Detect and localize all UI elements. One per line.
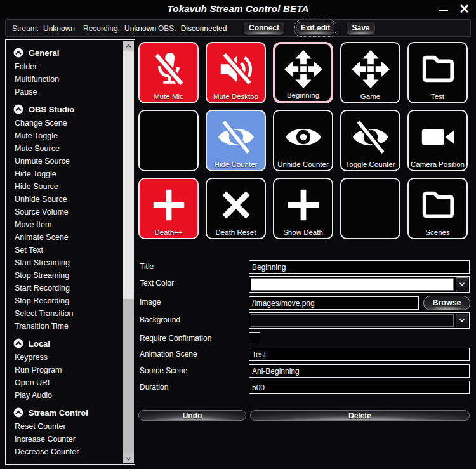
sidebar-section-label: Local: [29, 339, 50, 348]
sidebar-item-hide-source[interactable]: Hide Source: [13, 180, 122, 193]
connect-button[interactable]: Connect: [243, 21, 285, 36]
title-input[interactable]: [249, 260, 470, 274]
source-scene-input[interactable]: [249, 364, 470, 378]
tile-mute-mic[interactable]: Mute Mic: [138, 42, 199, 103]
browse-button[interactable]: Browse: [423, 296, 470, 310]
move-icon: [284, 50, 323, 89]
sidebar-section-obs-studio[interactable]: OBS Studio: [13, 102, 122, 117]
title-field-label: Title: [140, 262, 154, 271]
sidebar-item-run-program[interactable]: Run Program: [13, 364, 122, 376]
require-confirmation-checkbox[interactable]: [249, 332, 260, 343]
recording-status-value: Unknown: [124, 24, 156, 33]
sidebar-item-start-streaming[interactable]: Start Streaming: [13, 256, 122, 269]
tile-label: Scenes: [409, 228, 466, 236]
status-bar: Stream:Unknown Recording:Unknown OBS:Dis…: [5, 19, 471, 37]
sidebar-item-open-url[interactable]: Open URL: [13, 376, 122, 389]
tile-label: Toggle Counter: [341, 161, 399, 168]
tile-scenes[interactable]: Scenes: [407, 178, 468, 239]
text-color-chevron-down-icon[interactable]: [456, 277, 468, 291]
image-input[interactable]: [249, 296, 419, 310]
sidebar-item-stop-streaming[interactable]: Stop Streaming: [13, 269, 122, 282]
folder-icon: [418, 185, 458, 225]
minimize-icon[interactable]: [439, 10, 448, 11]
tile-label: Mute Desktop: [207, 93, 265, 100]
save-button[interactable]: Save: [346, 21, 376, 36]
tile-empty[interactable]: [340, 178, 400, 239]
sidebar-item-decrease-counter[interactable]: Decrease Counter: [13, 446, 122, 458]
move-icon: [351, 50, 390, 89]
sidebar-scrollbar[interactable]: [123, 41, 134, 463]
scrollbar-thumb[interactable]: [123, 51, 134, 299]
mic-muted-icon: [149, 50, 188, 89]
tile-label: Test: [409, 93, 466, 100]
sidebar-item-set-text[interactable]: Set Text: [13, 244, 122, 256]
sidebar-item-mute-source[interactable]: Mute Source: [13, 142, 122, 155]
duration-label: Duration: [140, 383, 168, 392]
sidebar-section-multimedia-buttons[interactable]: Multimedia Buttons: [13, 461, 122, 465]
sidebar-item-mute-toggle[interactable]: Mute Toggle: [13, 129, 122, 142]
image-field-label: Image: [140, 298, 161, 307]
sidebar-item-keypress[interactable]: Keypress: [13, 351, 122, 364]
background-chevron-down-icon[interactable]: [456, 314, 468, 327]
background-dropdown[interactable]: [249, 312, 470, 329]
sidebar-item-pause[interactable]: Pause: [13, 86, 122, 98]
sidebar-item-unmute-source[interactable]: Unmute Source: [13, 155, 122, 168]
sidebar-item-stop-recording[interactable]: Stop Recording: [13, 294, 122, 307]
sidebar-item-increase-counter[interactable]: Increase Counter: [13, 433, 122, 446]
title-bar: Tokavuh Stream Control BETA ✕: [0, 0, 476, 18]
tile-label: Hide Counter: [207, 161, 265, 168]
tile-camera-position[interactable]: Camera Position: [407, 110, 468, 171]
animation-scene-input[interactable]: [249, 348, 470, 361]
background-field-label: Background: [140, 315, 180, 324]
tile-death[interactable]: Death++: [138, 178, 199, 239]
collapse-chevron-up-icon: [13, 338, 23, 348]
tile-unhide-counter[interactable]: Unhide Counter: [273, 110, 333, 171]
delete-button[interactable]: Delete: [250, 410, 470, 421]
tile-label: Death Reset: [207, 228, 265, 236]
tile-beginning[interactable]: Beginning: [273, 42, 333, 103]
sidebar-section-general[interactable]: General: [13, 45, 122, 60]
tile-toggle-counter[interactable]: Toggle Counter: [340, 110, 400, 171]
sidebar-item-reset-counter[interactable]: Reset Counter: [13, 420, 122, 433]
sidebar-item-hide-toggle[interactable]: Hide Toggle: [13, 168, 122, 180]
obs-status-value: Disconnected: [181, 24, 227, 33]
sidebar-item-multifunction[interactable]: Multifunction: [13, 73, 122, 86]
duration-input[interactable]: [249, 381, 470, 394]
tile-mute-desktop[interactable]: Mute Desktop: [206, 42, 266, 103]
sidebar-item-start-recording[interactable]: Start Recording: [13, 282, 122, 294]
tile-test[interactable]: Test: [407, 42, 468, 103]
tile-empty[interactable]: [138, 110, 199, 171]
tile-label: Camera Position: [409, 161, 466, 168]
background-swatch: [251, 314, 454, 327]
sidebar-item-source-volume[interactable]: Source Volume: [13, 206, 122, 218]
sidebar-item-folder[interactable]: Folder: [13, 60, 122, 73]
sidebar-list: GeneralFolderMultifunctionPauseOBS Studi…: [13, 44, 122, 465]
tile-game[interactable]: Game: [340, 42, 400, 103]
obs-status-label: OBS:: [158, 24, 176, 33]
recording-status-label: Recording:: [83, 24, 120, 33]
sidebar-item-select-transition[interactable]: Select Transition: [13, 307, 122, 320]
tile-death-reset[interactable]: Death Reset: [206, 178, 266, 239]
sidebar-section-label: OBS Studio: [29, 105, 74, 114]
tile-label: Death++: [140, 228, 197, 236]
animation-scene-label: Animation Scene: [140, 350, 197, 359]
tile-hide-counter[interactable]: Hide Counter: [206, 110, 266, 171]
close-icon[interactable]: ✕: [459, 1, 470, 17]
text-color-dropdown[interactable]: [249, 276, 470, 293]
undo-button[interactable]: Undo: [138, 410, 246, 421]
sidebar-item-transition-time[interactable]: Transition Time: [13, 320, 122, 333]
collapse-chevron-up-icon: [13, 48, 23, 58]
recording-status: Recording:Unknown: [83, 24, 156, 33]
scroll-down-icon[interactable]: [123, 453, 134, 463]
sidebar-item-unhide-source[interactable]: Unhide Source: [13, 193, 122, 206]
sidebar-item-play-audio[interactable]: Play Audio: [13, 389, 122, 402]
sidebar-item-animate-scene[interactable]: Animate Scene: [13, 231, 122, 244]
tile-show-death[interactable]: Show Death: [273, 178, 333, 239]
require-confirmation-label: Require Confirmation: [140, 334, 211, 343]
scroll-up-icon[interactable]: [123, 41, 134, 51]
sidebar-item-change-scene[interactable]: Change Scene: [13, 117, 122, 129]
exit-edit-button[interactable]: Exit edit: [296, 21, 335, 36]
sidebar-item-move-item[interactable]: Move Item: [13, 218, 122, 231]
sidebar-section-stream-control[interactable]: Stream Control: [13, 405, 122, 420]
sidebar-section-local[interactable]: Local: [13, 336, 122, 351]
